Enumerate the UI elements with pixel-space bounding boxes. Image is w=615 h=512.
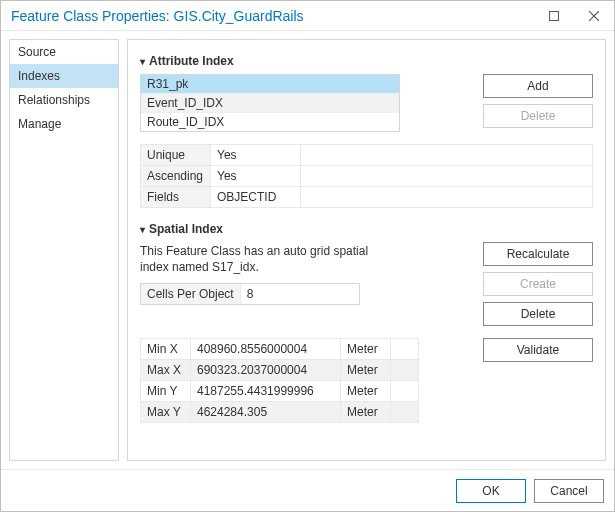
extent-label: Max X [141,360,191,381]
ok-button[interactable]: OK [456,479,526,503]
dialog-footer: OK Cancel [1,469,614,511]
titlebar: Feature Class Properties: GIS.City_Guard… [1,1,614,31]
window-title: Feature Class Properties: GIS.City_Guard… [11,8,534,24]
svg-rect-0 [550,11,559,20]
attribute-index-label: Attribute Index [149,54,234,68]
spatial-index-row: This Feature Class has an auto grid spat… [140,242,593,326]
sidebar-item-manage[interactable]: Manage [10,112,118,136]
delete-attr-index-button: Delete [483,104,593,128]
dialog-body: Source Indexes Relationships Manage ▾ At… [1,31,614,469]
fields-label: Fields [141,187,211,208]
validate-button-col: Validate [483,338,593,362]
unique-value: Yes [211,145,301,166]
fields-value: OBJECTID [211,187,301,208]
extent-unit: Meter [341,360,391,381]
ascending-value: Yes [211,166,301,187]
chevron-down-icon: ▾ [140,56,145,67]
unique-label: Unique [141,145,211,166]
extent-unit: Meter [341,381,391,402]
extent-value: 408960.8556000004 [191,339,341,360]
extent-label: Min Y [141,381,191,402]
close-button[interactable] [574,1,614,31]
extent-unit: Meter [341,339,391,360]
sidebar: Source Indexes Relationships Manage [9,39,119,461]
attribute-index-list[interactable]: R31_pk Event_ID_IDX Route_ID_IDX [140,74,400,132]
cancel-button[interactable]: Cancel [534,479,604,503]
attribute-index-row: R31_pk Event_ID_IDX Route_ID_IDX Add Del… [140,74,593,132]
recalculate-button[interactable]: Recalculate [483,242,593,266]
delete-spatial-index-button[interactable]: Delete [483,302,593,326]
validate-button[interactable]: Validate [483,338,593,362]
add-button[interactable]: Add [483,74,593,98]
create-button: Create [483,272,593,296]
cells-per-object: Cells Per Object 8 [140,283,360,305]
attribute-index-buttons: Add Delete [483,74,593,128]
ascending-label: Ascending [141,166,211,187]
index-row[interactable]: Route_ID_IDX [141,113,399,131]
attribute-index-props: Unique Yes Ascending Yes Fields OBJECTID [140,144,593,208]
attribute-index-heading[interactable]: ▾ Attribute Index [140,54,593,68]
content-panel: ▾ Attribute Index R31_pk Event_ID_IDX Ro… [127,39,606,461]
chevron-down-icon: ▾ [140,224,145,235]
sidebar-item-indexes[interactable]: Indexes [10,64,118,88]
index-row[interactable]: Event_ID_IDX [141,94,399,113]
spatial-index-description: This Feature Class has an auto grid spat… [140,244,400,275]
extent-value: 4187255.4431999996 [191,381,341,402]
dialog-window: Feature Class Properties: GIS.City_Guard… [0,0,615,512]
extent-table: Min X 408960.8556000004 Meter Max X 6903… [140,338,419,423]
maximize-button[interactable] [534,1,574,31]
spatial-index-buttons: Recalculate Create Delete [483,242,593,326]
extent-value: 4624284.305 [191,402,341,423]
extent-row: Min X 408960.8556000004 Meter Max X 6903… [140,338,593,423]
extent-unit: Meter [341,402,391,423]
sidebar-item-source[interactable]: Source [10,40,118,64]
cells-per-object-label: Cells Per Object [141,284,241,304]
spatial-index-label: Spatial Index [149,222,223,236]
spatial-index-heading[interactable]: ▾ Spatial Index [140,222,593,236]
sidebar-item-relationships[interactable]: Relationships [10,88,118,112]
extent-label: Max Y [141,402,191,423]
index-row[interactable]: R31_pk [141,75,399,94]
cells-per-object-value: 8 [241,284,359,304]
extent-label: Min X [141,339,191,360]
extent-value: 690323.2037000004 [191,360,341,381]
